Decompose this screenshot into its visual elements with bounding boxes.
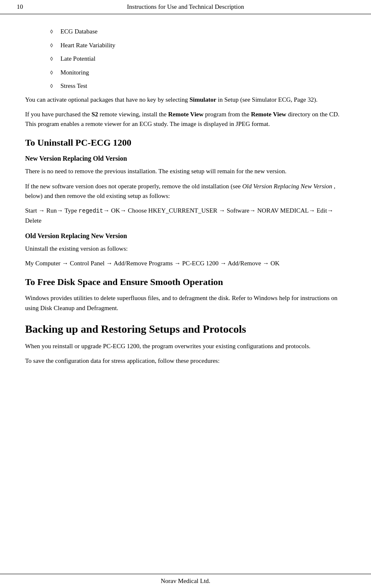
simulator-text-1: You can activate optional packages that …: [25, 96, 188, 103]
remote-view-bold2: Remote View: [251, 111, 287, 118]
page-footer: Norav Medical Ltd.: [0, 574, 371, 588]
freedisk-p1: Windows provides utilities to delete sup…: [25, 293, 346, 313]
list-item: ◊ Monitoring: [50, 68, 346, 77]
remote-text-6: program from the: [205, 111, 249, 118]
bullet-list: ◊ ECG Database ◊ Heart Rate Variability …: [50, 27, 346, 91]
uninstall-heading: To Uninstall PC-ECG 1200: [25, 137, 346, 148]
regedit-mono: regedit: [79, 208, 103, 214]
backup-heading: Backing up and Restoring Setups and Prot…: [25, 323, 346, 336]
old-version-p1: Uninstall the existing version as follow…: [25, 244, 346, 254]
bullet-diamond: ◊: [50, 28, 53, 36]
bullet-text: Stress Test: [60, 81, 87, 91]
simulator-text-3: in Setup (see Simulator ECG, Page 32).: [218, 96, 317, 103]
old-version-heading: Old Version Replacing New Version: [25, 232, 346, 240]
nv-p2-text-1: If the new software version does not ope…: [25, 183, 241, 190]
backup-p2: To save the configuration data for stres…: [25, 356, 346, 366]
new-version-p1: There is no need to remove the previous …: [25, 167, 346, 176]
page-container: 10 Instructions for Use and Technical De…: [0, 0, 371, 588]
remote-view-paragraph: If you have purchased the S2 remote view…: [25, 110, 346, 129]
bullet-text: Late Potential: [60, 54, 95, 64]
bullet-text: Monitoring: [60, 68, 89, 77]
simulator-paragraph: You can activate optional packages that …: [25, 95, 346, 105]
list-item: ◊ ECG Database: [50, 27, 346, 36]
freedisk-heading: To Free Disk Space and Ensure Smooth Ope…: [25, 277, 346, 288]
list-item: ◊ Stress Test: [50, 81, 346, 91]
page-header: 10 Instructions for Use and Technical De…: [0, 0, 371, 14]
bullet-diamond: ◊: [50, 41, 53, 50]
bullet-text: Heart Rate Variability: [60, 41, 115, 50]
regedit-text-1: Start → Run→ Type: [25, 207, 79, 214]
regedit-paragraph: Start → Run→ Type regedit→ OK→ Choose HK…: [25, 206, 346, 226]
remote-view-bold: Remote View: [168, 111, 204, 118]
old-version-p2: My Computer → Control Panel → Add/Remove…: [25, 259, 346, 268]
backup-p1: When you reinstall or upgrade PC-ECG 120…: [25, 342, 346, 351]
list-item: ◊ Heart Rate Variability: [50, 41, 346, 50]
bullet-diamond: ◊: [50, 69, 53, 77]
footer-text: Norav Medical Ltd.: [161, 578, 210, 584]
header-title: Instructions for Use and Technical Descr…: [127, 3, 244, 10]
list-item: ◊ Late Potential: [50, 54, 346, 64]
page-number: 10: [17, 3, 23, 10]
new-version-heading: New Version Replacing Old Version: [25, 155, 346, 162]
bullet-text: ECG Database: [60, 27, 97, 36]
main-content: ◊ ECG Database ◊ Heart Rate Variability …: [0, 14, 371, 396]
new-version-p2: If the new software version does not ope…: [25, 182, 346, 201]
simulator-bold: Simulator: [189, 96, 216, 103]
remote-text-3: remote viewing, install the: [100, 111, 166, 118]
remote-text-1: If you have purchased the: [25, 111, 90, 118]
bullet-diamond: ◊: [50, 55, 53, 63]
bullet-diamond: ◊: [50, 82, 53, 90]
s2-bold: S2: [92, 111, 98, 118]
nv-p2-italic: Old Version Replacing New Version: [242, 183, 332, 190]
